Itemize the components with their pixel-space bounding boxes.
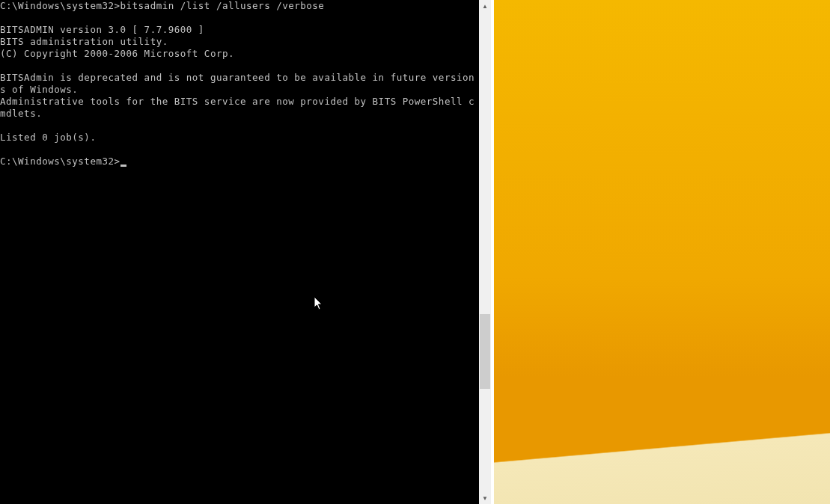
scroll-down-arrow-icon[interactable]: ▼ [479,492,491,504]
console-line [0,120,479,132]
vertical-scrollbar[interactable]: ▲ ▼ [479,0,491,504]
text-cursor [120,165,126,167]
console-line: BITSAdmin is deprecated and is not guara… [0,72,479,96]
scroll-up-arrow-icon[interactable]: ▲ [479,0,491,12]
console-line [0,144,479,156]
console-line: BITS administration utility. [0,36,479,48]
console-line: Listed 0 job(s). [0,132,479,144]
desktop-background [494,0,830,504]
console-line: (C) Copyright 2000-2006 Microsoft Corp. [0,48,479,60]
console-prompt[interactable]: C:\Windows\system32> [0,156,479,168]
console-line [0,12,479,24]
console-line: Administrative tools for the BITS servic… [0,96,479,120]
console-output-area[interactable]: C:\Windows\system32>bitsadmin /list /all… [0,0,479,504]
scroll-thumb[interactable] [480,314,490,389]
console-line: C:\Windows\system32>bitsadmin /list /all… [0,0,479,12]
console-line [0,60,479,72]
console-line: BITSADMIN version 3.0 [ 7.7.9600 ] [0,24,479,36]
cmd-window: C:\Windows\system32>bitsadmin /list /all… [0,0,491,504]
